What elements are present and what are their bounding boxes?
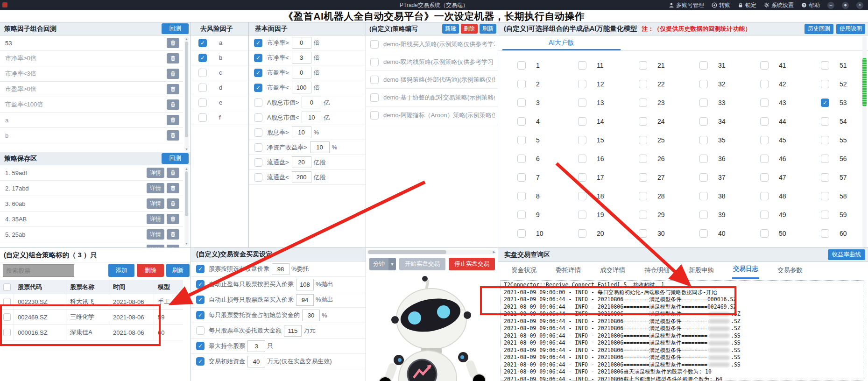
model-checkbox-51[interactable] — [821, 61, 829, 70]
checkbox[interactable] — [196, 326, 205, 335]
restore-button[interactable]: ◆ — [842, 2, 849, 9]
tab-ai-vip[interactable]: AI大户版 — [502, 39, 621, 47]
close-button[interactable]: × — [856, 2, 863, 9]
model-checkbox-37[interactable] — [699, 173, 708, 182]
new-strategy-button[interactable]: 新建 — [442, 24, 459, 34]
checkbox[interactable]: ✓ — [254, 84, 262, 92]
model-checkbox-4[interactable] — [517, 117, 526, 126]
model-checkbox-13[interactable] — [578, 99, 586, 107]
strategy-detail-button[interactable]: 详情 — [147, 183, 164, 193]
factor-value-input[interactable] — [302, 112, 321, 123]
model-checkbox-11[interactable] — [578, 61, 586, 70]
checkbox[interactable] — [254, 113, 262, 122]
tab-资金状况[interactable]: 资金状况 — [510, 263, 537, 279]
delete-factor-button[interactable] — [167, 69, 179, 79]
menu-help[interactable]: ? 帮助 — [801, 1, 820, 9]
model-checkbox-22[interactable] — [639, 80, 647, 88]
model-checkbox-10[interactable] — [517, 229, 526, 238]
delete-factor-button[interactable] — [167, 53, 179, 64]
select-all-checkbox[interactable] — [3, 283, 11, 291]
delete-saved-strategy-button[interactable] — [167, 183, 179, 193]
checkbox[interactable]: ✓ — [196, 296, 205, 304]
checkbox[interactable]: ✓ — [196, 265, 205, 273]
menu-lock[interactable]: 锁定 — [738, 1, 756, 9]
model-checkbox-44[interactable] — [760, 117, 769, 126]
model-checkbox-49[interactable] — [760, 211, 769, 219]
menu-transfer[interactable]: 转账 — [712, 1, 730, 9]
model-checkbox-59[interactable] — [821, 211, 829, 219]
minimize-button[interactable]: – — [827, 2, 834, 9]
tab-成交详情[interactable]: 成交详情 — [599, 263, 626, 279]
strategy-detail-button[interactable]: 详情 — [147, 229, 164, 240]
factor-list-scrollbar[interactable]: ▲ ▼ — [184, 37, 189, 152]
model-checkbox-52[interactable] — [821, 80, 829, 88]
model-checkbox-47[interactable] — [760, 173, 769, 182]
checkbox[interactable] — [254, 128, 262, 137]
fund-setting-input[interactable] — [247, 356, 265, 367]
checkbox[interactable] — [370, 40, 379, 49]
model-checkbox-24[interactable] — [639, 117, 647, 126]
checkbox[interactable]: ✓ — [196, 280, 205, 289]
checkbox[interactable]: ✓ — [254, 54, 262, 62]
checkbox[interactable] — [198, 113, 207, 122]
fund-setting-input[interactable] — [272, 263, 289, 275]
checkbox[interactable] — [198, 99, 207, 107]
model-checkbox-29[interactable] — [639, 211, 647, 219]
model-checkbox-1[interactable] — [517, 61, 526, 70]
model-checkbox-39[interactable] — [699, 211, 708, 219]
model-checkbox-25[interactable] — [639, 136, 647, 144]
model-checkbox-6[interactable] — [517, 155, 526, 163]
tab-委托详情[interactable]: 委托详情 — [555, 263, 582, 279]
model-checkbox-7[interactable] — [517, 173, 526, 182]
delete-factor-button[interactable] — [167, 84, 179, 94]
delete-factor-button[interactable] — [167, 115, 179, 125]
strategy-detail-button[interactable]: 详情 — [147, 245, 164, 247]
checkbox[interactable]: ✓ — [196, 342, 205, 350]
model-checkbox-57[interactable] — [821, 173, 829, 182]
stock-search-input[interactable] — [3, 264, 74, 277]
model-checkbox-35[interactable] — [699, 136, 708, 144]
model-checkbox-45[interactable] — [760, 136, 769, 144]
save-list-scrollbar[interactable]: ▲ ▼ — [184, 167, 189, 246]
trade-log[interactable]: T2Connector::Receive Connect Failed[-5, … — [501, 280, 865, 381]
delete-saved-strategy-button[interactable] — [167, 198, 179, 209]
model-checkbox-40[interactable] — [699, 229, 708, 238]
model-checkbox-42[interactable] — [760, 80, 769, 88]
model-checkbox-21[interactable] — [639, 61, 647, 70]
model-checkbox-34[interactable] — [699, 117, 708, 126]
checkbox[interactable]: ✓ — [196, 311, 205, 319]
model-checkbox-50[interactable] — [760, 229, 769, 238]
delete-factor-button[interactable] — [167, 130, 179, 141]
factor-value-input[interactable] — [310, 141, 330, 153]
start-live-trade-button[interactable]: 开始实盘交易 — [399, 258, 445, 270]
tab-交易日志[interactable]: 交易日志 — [732, 261, 759, 279]
checkbox[interactable] — [370, 76, 379, 84]
model-checkbox-17[interactable] — [578, 173, 586, 182]
model-checkbox-5[interactable] — [517, 136, 526, 144]
tab-新股申购[interactable]: 新股申购 — [688, 263, 715, 279]
refresh-strategy-button[interactable]: 刷新 — [480, 24, 496, 34]
row-checkbox[interactable] — [3, 313, 11, 321]
model-checkbox-12[interactable] — [578, 80, 586, 88]
fund-setting-input[interactable] — [296, 279, 314, 290]
model-checkbox-14[interactable] — [578, 117, 586, 126]
delete-factor-button[interactable] — [167, 99, 179, 110]
factor-value-input[interactable] — [292, 82, 311, 93]
model-checkbox-41[interactable] — [760, 61, 769, 70]
model-checkbox-30[interactable] — [639, 229, 647, 238]
delete-factor-button[interactable] — [167, 38, 179, 48]
fund-setting-input[interactable] — [296, 294, 314, 306]
model-checkbox-60[interactable] — [821, 229, 829, 238]
menu-settings[interactable]: 系统设置 — [764, 1, 794, 9]
model-checkbox-33[interactable] — [699, 99, 708, 107]
table-row[interactable]: 000016.SZ深康佳A2021-08-0660 — [0, 325, 183, 340]
model-checkbox-36[interactable] — [699, 155, 708, 163]
factor-value-input[interactable] — [292, 52, 311, 64]
model-checkbox-53[interactable]: ✓ — [821, 99, 829, 107]
usage-help-button[interactable]: 使用说明 — [836, 24, 865, 34]
fund-setting-input[interactable] — [284, 325, 302, 337]
table-row[interactable]: 002230.SZ科大讯飞2021-08-06手工 — [0, 294, 183, 310]
model-checkbox-19[interactable] — [578, 211, 586, 219]
strategy-editor-hscrollbar[interactable]: ▶ — [367, 250, 496, 254]
strategy-detail-button[interactable]: 详情 — [147, 168, 164, 178]
